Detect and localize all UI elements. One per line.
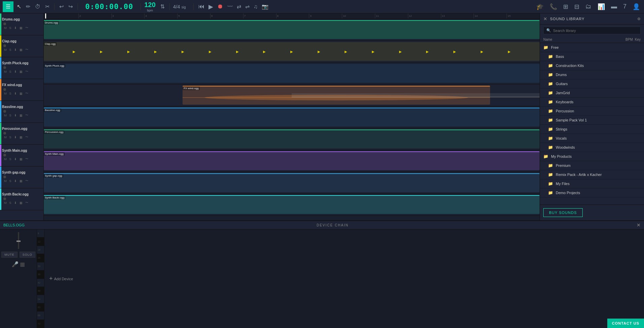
menu-button[interactable]: ☰ [3,1,13,12]
input-synth-backr[interactable]: ⬇ [13,201,18,205]
bars-icon[interactable]: ▬ [610,2,618,11]
sl-item-bass[interactable]: 📁 Bass [540,52,644,61]
lane-fx-wind[interactable]: FX wind.ogg [44,84,540,106]
solo-synth-backr[interactable]: S [9,201,12,205]
clip-clap[interactable]: Clap.ogg ▶▶▶▶▶▶▶▶▶▶▶▶▶▶▶▶▶ [44,42,540,61]
volume-knob-percussion[interactable] [3,132,6,135]
solo-drums[interactable]: S [9,26,12,30]
clip-synth-backr[interactable]: Synth Backr.ogg var s=''; for(var i=0;i<… [44,195,540,214]
mixer-grid-icon[interactable]: ⊟ [573,2,581,12]
sl-item-my-products[interactable]: 📁 My Products [540,152,644,161]
grid-icon[interactable]: ⊞ [562,2,570,12]
lane-drums[interactable]: Drums.ogg var s=''; for(var i=0;i<230;i+… [44,19,540,41]
eq-drums[interactable]: ▦ [19,26,23,30]
eq-synth-gap[interactable]: ▦ [19,179,23,183]
sl-close-icon[interactable]: ✕ [543,16,547,22]
solo-bassline[interactable]: S [9,113,12,117]
sl-item-guitars[interactable]: 📁 Guitars [540,79,644,88]
sl-item-jamgrid[interactable]: 📁 JamGrid [540,88,644,98]
sl-item-vocals[interactable]: 📁 Vocals [540,134,644,143]
clip-synth-gap[interactable]: Synth gap.ogg [44,173,540,192]
lane-synth-main[interactable]: Synth Main.ogg var s=''; for(var i=0;i<2… [44,150,540,172]
sl-settings-icon[interactable]: ⚙ [637,17,641,21]
input-synth-gap[interactable]: ⬇ [13,179,18,183]
cursor-tool-icon[interactable]: ↖ [15,2,23,11]
sl-item-demo-projects[interactable]: 📁 Demo Projects [540,188,644,197]
lane-bassline[interactable]: Bassline.ogg [44,106,540,128]
rewind-button[interactable]: ⏮ [197,2,206,11]
sl-item-my-files[interactable]: 📁 My Files [540,179,644,188]
loop-icon[interactable]: ⇄ [235,2,243,11]
clock-icon[interactable]: ⏱ [34,2,42,11]
add-device-button[interactable]: + Add Device [48,274,74,284]
expand-synth-main[interactable]: 〜 [25,156,29,161]
expand-percussion[interactable]: 〜 [25,135,29,140]
user-icon[interactable]: 👤 [631,2,641,12]
solo-synth-main[interactable]: S [9,157,12,161]
sl-item-remix-pack[interactable]: 📁 Remix Pack - Artik x Kacher [540,170,644,179]
eq-synth-pluck[interactable]: ▦ [19,70,23,74]
sl-item-woodwinds[interactable]: 📁 Woodwinds [540,143,644,152]
sl-item-strings[interactable]: 📁 Strings [540,125,644,134]
pencil-tool-icon[interactable]: ✏ [25,2,32,11]
input-drums[interactable]: ⬇ [13,26,18,30]
volume-handle[interactable] [17,241,21,242]
solo-synth-gap[interactable]: S [9,179,12,183]
input-synth-pluck[interactable]: ⬇ [13,70,18,74]
clip-synth-pluck[interactable]: Synth Pluck.ogg [44,64,540,83]
expand-synth-pluck[interactable]: 〜 [25,69,29,74]
clip-synth-main[interactable]: Synth Main.ogg var s=''; for(var i=0;i<2… [44,151,540,170]
lane-synth-gap[interactable]: Synth gap.ogg [44,172,540,194]
play-button[interactable]: ▶ [207,2,215,12]
expand-bassline[interactable]: 〜 [25,113,29,118]
volume-knob-synth-backr[interactable] [3,197,6,200]
volume-knob-bassline[interactable] [3,110,6,113]
library-icon[interactable]: 🗂 [584,2,593,11]
sync-icon[interactable]: ⇌ [244,2,251,11]
lane-clap[interactable]: Clap.ogg ▶▶▶▶▶▶▶▶▶▶▶▶▶▶▶▶▶ [44,41,540,63]
mute-synth-pluck[interactable]: M [3,70,7,74]
sl-item-sample-pack[interactable]: 📁 Sample Pack Vol 1 [540,116,644,125]
eq-bassline[interactable]: ▦ [19,113,23,117]
bpm-arrows[interactable]: ⇅ [160,3,165,10]
volume-knob-synth-pluck[interactable] [3,66,6,69]
eq-clap[interactable]: ▦ [19,48,23,52]
lane-synth-pluck[interactable]: Synth Pluck.ogg [44,63,540,84]
mute-percussion[interactable]: M [3,135,7,139]
meter-icon[interactable]: 📊 [596,2,606,12]
contact-us-button[interactable]: CONTACT US [607,319,644,328]
sl-item-drums[interactable]: 📁 Drums [540,70,644,79]
expand-drums[interactable]: 〜 [25,25,29,30]
input-percussion[interactable]: ⬇ [13,135,18,139]
input-synth-main[interactable]: ⬇ [13,157,18,161]
expand-clap[interactable]: 〜 [25,47,29,52]
mute-synth-backr[interactable]: M [3,201,7,205]
solo-fx-wind[interactable]: S [9,92,12,96]
time-signature[interactable]: 4/4 sig [173,4,186,9]
volume-knob-drums[interactable] [3,23,6,25]
buy-sounds-button[interactable]: BUY SOUNDS [543,208,583,217]
eq-synth-backr[interactable]: ▦ [19,201,23,205]
expand-synth-gap[interactable]: 〜 [25,178,29,183]
volume-knob-synth-gap[interactable] [3,176,6,178]
camera-icon[interactable]: 📷 [260,2,270,11]
volume-knob-clap[interactable] [3,44,6,47]
version-icon[interactable]: 7 [622,2,628,11]
solo-percussion[interactable]: S [9,135,12,139]
expand-fx-wind[interactable]: 〜 [25,91,29,96]
sl-item-keyboards[interactable]: 📁 Keyboards [540,98,644,107]
mute-clap[interactable]: M [3,48,7,52]
solo-button[interactable]: SOLO [20,252,35,258]
volume-slider[interactable] [18,232,19,249]
undo-icon[interactable]: ↩ [58,2,65,11]
phone-icon[interactable]: 📞 [548,2,558,12]
input-fx-wind[interactable]: ⬇ [13,92,18,96]
microphone-icon[interactable]: 🎤 [12,261,19,267]
volume-knob-synth-main[interactable] [3,154,6,156]
input-bassline[interactable]: ⬇ [13,113,18,117]
record-button[interactable]: ⏺ [216,2,225,11]
sl-item-construction-kits[interactable]: 📁 Construction Kits [540,61,644,70]
input-clap[interactable]: ⬇ [13,48,18,52]
eq-synth-main[interactable]: ▦ [19,157,23,161]
expand-synth-backr[interactable]: 〜 [25,200,29,205]
